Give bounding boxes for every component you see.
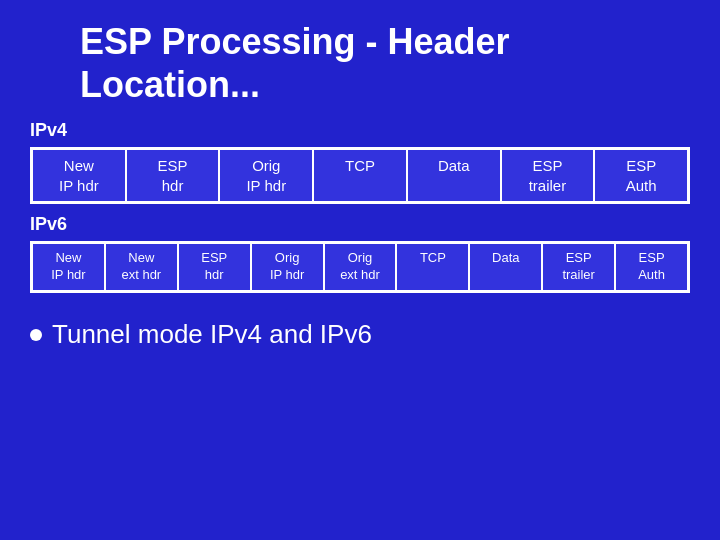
- table-cell: ESPhdr: [178, 243, 251, 291]
- ipv4-label: IPv4: [30, 120, 690, 141]
- table-cell: ESPtrailer: [501, 149, 595, 202]
- table-cell: ESPtrailer: [542, 243, 615, 291]
- bullet-section: Tunnel mode IPv4 and IPv6: [30, 319, 690, 350]
- ipv4-section: IPv4 NewIP hdr ESPhdr OrigIP hdr TCP Dat…: [30, 120, 690, 204]
- table-cell: ESPAuth: [594, 149, 688, 202]
- table-cell: Data: [469, 243, 542, 291]
- table-cell: NewIP hdr: [32, 149, 126, 202]
- title-line2: Location...: [80, 63, 690, 106]
- table-cell: Data: [407, 149, 501, 202]
- bullet-icon: [30, 329, 42, 341]
- table-cell: Origext hdr: [324, 243, 397, 291]
- ipv6-table: NewIP hdr Newext hdr ESPhdr OrigIP hdr O…: [30, 241, 690, 293]
- ipv4-table: NewIP hdr ESPhdr OrigIP hdr TCP Data ESP…: [30, 147, 690, 204]
- table-cell: OrigIP hdr: [219, 149, 313, 202]
- table-cell: ESPAuth: [615, 243, 688, 291]
- title-line1: ESP Processing - Header: [80, 20, 690, 63]
- page-title: ESP Processing - Header Location...: [80, 20, 690, 106]
- table-cell: Newext hdr: [105, 243, 178, 291]
- ipv6-label: IPv6: [30, 214, 690, 235]
- table-cell: ESPhdr: [126, 149, 220, 202]
- ipv6-section: IPv6 NewIP hdr Newext hdr ESPhdr OrigIP …: [30, 214, 690, 293]
- table-cell: NewIP hdr: [32, 243, 105, 291]
- bullet-text: Tunnel mode IPv4 and IPv6: [52, 319, 372, 350]
- table-cell: OrigIP hdr: [251, 243, 324, 291]
- table-cell: TCP: [396, 243, 469, 291]
- page: ESP Processing - Header Location... IPv4…: [0, 0, 720, 540]
- table-cell: TCP: [313, 149, 407, 202]
